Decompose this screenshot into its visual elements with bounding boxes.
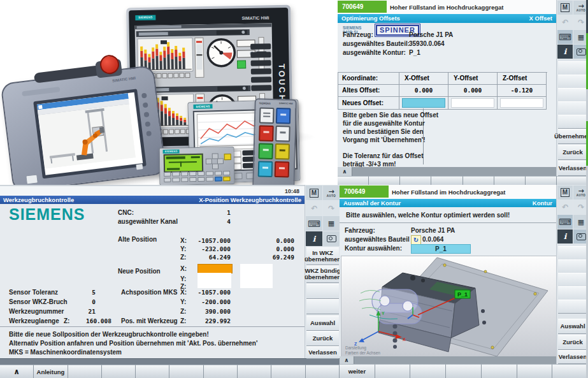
softkey[interactable] bbox=[136, 365, 169, 378]
machine-icon[interactable]: M bbox=[557, 1, 573, 15]
title-bar: Werkzeugbruchkontrolle X-Position Werkze… bbox=[0, 196, 305, 204]
kanal-label: ausgewählter Kanal bbox=[118, 218, 178, 225]
side-button-empty[interactable] bbox=[558, 300, 587, 314]
keyboard-icon[interactable]: ⌨ bbox=[557, 215, 573, 229]
softkey[interactable] bbox=[463, 176, 494, 185]
softkey[interactable] bbox=[410, 364, 446, 378]
siemens-chip: SIEMENS bbox=[163, 149, 180, 153]
back-button[interactable]: Zurück bbox=[306, 331, 339, 346]
estop-button bbox=[95, 59, 122, 78]
side-button-empty[interactable] bbox=[558, 259, 587, 273]
old-offset-z: -0.120 bbox=[498, 85, 547, 97]
softkey[interactable] bbox=[102, 365, 136, 378]
softkey[interactable] bbox=[238, 365, 271, 378]
side-button-empty[interactable] bbox=[558, 286, 587, 300]
camera-icon[interactable] bbox=[323, 231, 340, 246]
back-button[interactable]: Zurück bbox=[558, 335, 587, 350]
side-button-empty[interactable] bbox=[558, 101, 587, 115]
apply-button[interactable]: Übernehmen bbox=[558, 129, 587, 144]
softkey[interactable] bbox=[169, 365, 203, 378]
main-area: SIEMENS CNC: 1 ausgewählter Kanal 4 Alte… bbox=[0, 204, 305, 358]
softkey[interactable] bbox=[400, 176, 431, 185]
exit-button[interactable]: Verlassen bbox=[558, 350, 587, 364]
softkey[interactable] bbox=[306, 365, 340, 378]
main-area: SIEMENS840D SL SPINNER Fahrzeug: Porsche… bbox=[338, 23, 556, 167]
exit-button[interactable]: Verlassen bbox=[558, 161, 587, 176]
laenge-value: 160.008 bbox=[75, 317, 111, 324]
siemens-logo: SIEMENS bbox=[9, 205, 85, 224]
new-offset-z-input[interactable] bbox=[500, 98, 543, 108]
side-button-empty[interactable] bbox=[558, 61, 587, 75]
side-button-empty[interactable] bbox=[558, 115, 587, 129]
softkey[interactable] bbox=[494, 176, 526, 185]
softkey[interactable] bbox=[557, 176, 588, 185]
side-button-empty[interactable] bbox=[558, 246, 587, 260]
softkey[interactable] bbox=[482, 364, 517, 378]
kontur-label: Kontur auswählen: bbox=[345, 245, 402, 252]
calculator-icon[interactable]: ▦ bbox=[323, 216, 340, 231]
page-up-caret[interactable]: ∧ bbox=[338, 167, 352, 176]
cad-model: P_1 Y X Z Darstellung Farben der Achsen bbox=[341, 256, 557, 356]
right-toolbar: M →AUTO ↶ ↷ ⌨ ▦ i Auswahl Zurück Verlass… bbox=[556, 185, 588, 364]
new-offset-x-input[interactable] bbox=[402, 98, 445, 108]
softkey[interactable] bbox=[271, 365, 305, 378]
softkey[interactable] bbox=[526, 176, 557, 185]
screen-auswahl-der-kontur: 700649 Hoher Füllstand im Hochdruckaggre… bbox=[340, 185, 588, 378]
softkey[interactable] bbox=[369, 176, 400, 185]
keyboard-icon[interactable]: ⌨ bbox=[557, 30, 573, 44]
info-icon[interactable]: i bbox=[306, 231, 322, 246]
cad-viewport[interactable]: P_1 Y X Z Darstellung Farben der Achsen bbox=[341, 256, 557, 357]
side-button-empty[interactable] bbox=[306, 299, 339, 314]
keyboard-icon[interactable]: ⌨ bbox=[306, 216, 322, 231]
info-icon[interactable]: i bbox=[557, 229, 573, 244]
device-mobile-panel: SIMATIC HMI bbox=[0, 65, 166, 193]
auto-mode-icon[interactable]: →AUTO bbox=[323, 185, 340, 200]
softkey[interactable] bbox=[68, 365, 102, 378]
achs-x: -1057.000 bbox=[167, 289, 231, 296]
softkey[interactable] bbox=[431, 176, 463, 185]
simatic-hmi-label: SIMATIC HMI bbox=[241, 15, 269, 20]
softkey[interactable] bbox=[338, 176, 369, 185]
page-scroll-bar[interactable]: ∧ bbox=[338, 167, 556, 176]
fahrzeug-label: Fahrzeug: bbox=[345, 227, 375, 234]
neue-position-secondary-input[interactable] bbox=[240, 264, 273, 288]
siemens-chip: SIEMENS bbox=[193, 104, 212, 109]
softkey[interactable] bbox=[517, 364, 553, 378]
undo-icon[interactable]: ↶ bbox=[557, 15, 573, 29]
neue-position-x-input[interactable] bbox=[197, 264, 233, 273]
in-wkz-uebernehmen-button[interactable]: In WKZ übernehmen bbox=[306, 247, 339, 265]
softkey-weiter[interactable]: weiter bbox=[340, 364, 375, 378]
side-button-empty[interactable] bbox=[558, 75, 587, 89]
page-up-caret[interactable]: ∧ bbox=[340, 356, 354, 364]
side-button-empty[interactable] bbox=[306, 284, 339, 299]
sensor-label: Sensor Toleranz bbox=[9, 289, 58, 296]
alte-z-2: 69.249 bbox=[237, 254, 294, 261]
alte-y-1: -232.000 bbox=[167, 245, 231, 252]
pos-mit-werkzeug-value: 229.992 bbox=[167, 317, 231, 324]
page-scroll-bar[interactable]: ∧ bbox=[340, 356, 556, 364]
new-offset-y-input[interactable] bbox=[451, 98, 494, 108]
softkey[interactable] bbox=[204, 365, 238, 378]
softkey[interactable] bbox=[552, 364, 588, 378]
kontur-select-field[interactable]: P_1 bbox=[411, 244, 471, 254]
simatic-hmi-label: SIMATIC HMI bbox=[112, 76, 136, 82]
select-button[interactable]: Auswahl bbox=[306, 316, 339, 331]
product-photo: SIEMENS SIMATIC HMI TOUCH bbox=[0, 0, 338, 185]
redo-icon[interactable]: ↷ bbox=[323, 201, 340, 215]
select-button[interactable]: Auswahl bbox=[558, 319, 587, 334]
softkey-anleitung[interactable]: Anleitung bbox=[34, 365, 68, 378]
undo-icon[interactable]: ↶ bbox=[306, 201, 322, 215]
wkz-buendig-uebernehmen-button[interactable]: WKZ bündig übernehmen bbox=[306, 265, 339, 283]
machine-icon[interactable]: M bbox=[557, 185, 573, 200]
exit-button[interactable]: Verlassen bbox=[306, 346, 339, 359]
softkey[interactable] bbox=[446, 364, 482, 378]
softkey[interactable] bbox=[375, 364, 411, 378]
softkey-page-up[interactable]: ∧ bbox=[0, 365, 34, 378]
back-button[interactable]: Zurück bbox=[558, 145, 587, 160]
info-icon[interactable]: i bbox=[557, 45, 573, 59]
side-button-empty[interactable] bbox=[558, 88, 587, 102]
undo-icon[interactable]: ↶ bbox=[557, 200, 573, 214]
machine-icon[interactable]: M bbox=[306, 185, 322, 200]
neue-position-yz-inputs[interactable] bbox=[197, 273, 231, 288]
side-button-empty[interactable] bbox=[558, 273, 587, 287]
